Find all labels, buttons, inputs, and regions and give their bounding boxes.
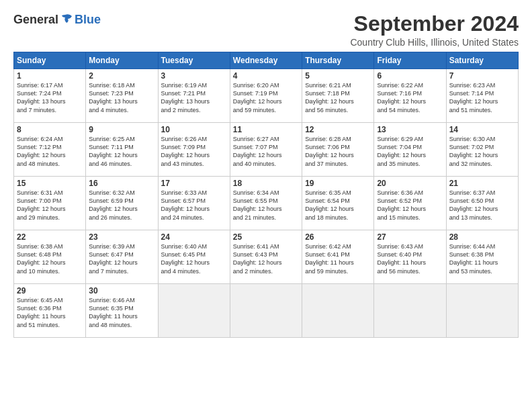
- logo-general: General: [13, 13, 58, 27]
- day-number: 13: [377, 125, 443, 134]
- day-number: 25: [233, 232, 299, 242]
- day-number: 11: [233, 125, 299, 134]
- day-number: 2: [89, 71, 154, 81]
- day-info: Sunrise: 6:29 AM Sunset: 7:04 PM Dayligh…: [377, 135, 443, 168]
- day-number: 1: [17, 71, 83, 81]
- day-number: 18: [233, 179, 299, 188]
- logo-blue: Blue: [75, 13, 101, 27]
- calendar-day-cell: 30Sunrise: 6:46 AM Sunset: 6:35 PM Dayli…: [86, 284, 158, 338]
- calendar-day-cell: 27Sunrise: 6:43 AM Sunset: 6:40 PM Dayli…: [374, 230, 446, 284]
- day-number: 29: [17, 286, 83, 295]
- day-number: 10: [161, 125, 227, 134]
- calendar-week-row: 15Sunrise: 6:31 AM Sunset: 7:00 PM Dayli…: [14, 177, 519, 230]
- calendar-day-cell: [446, 284, 518, 338]
- logo-text: General Blue: [13, 12, 101, 27]
- day-number: 20: [377, 179, 443, 188]
- day-info: Sunrise: 6:31 AM Sunset: 7:00 PM Dayligh…: [17, 189, 83, 222]
- calendar-day-cell: 6Sunrise: 6:22 AM Sunset: 7:16 PM Daylig…: [374, 69, 446, 123]
- day-info: Sunrise: 6:40 AM Sunset: 6:45 PM Dayligh…: [161, 242, 227, 275]
- weekday-header: Saturday: [446, 52, 518, 69]
- day-number: 14: [449, 125, 515, 134]
- calendar-day-cell: 21Sunrise: 6:37 AM Sunset: 6:50 PM Dayli…: [446, 177, 518, 230]
- day-info: Sunrise: 6:33 AM Sunset: 6:57 PM Dayligh…: [161, 189, 227, 222]
- weekday-header: Tuesday: [158, 52, 230, 69]
- day-info: Sunrise: 6:36 AM Sunset: 6:52 PM Dayligh…: [377, 189, 443, 222]
- day-info: Sunrise: 6:45 AM Sunset: 6:36 PM Dayligh…: [17, 296, 83, 329]
- calendar-day-cell: 3Sunrise: 6:19 AM Sunset: 7:21 PM Daylig…: [158, 69, 230, 123]
- day-number: 4: [233, 71, 299, 81]
- calendar-day-cell: 29Sunrise: 6:45 AM Sunset: 6:36 PM Dayli…: [14, 284, 86, 338]
- calendar-day-cell: 12Sunrise: 6:28 AM Sunset: 7:06 PM Dayli…: [302, 123, 374, 177]
- day-number: 30: [89, 286, 154, 295]
- day-number: 23: [89, 232, 154, 242]
- day-info: Sunrise: 6:37 AM Sunset: 6:50 PM Dayligh…: [449, 189, 515, 222]
- day-info: Sunrise: 6:21 AM Sunset: 7:18 PM Dayligh…: [305, 81, 371, 114]
- day-number: 21: [449, 179, 515, 188]
- calendar-day-cell: 1Sunrise: 6:17 AM Sunset: 7:24 PM Daylig…: [14, 69, 86, 123]
- day-number: 26: [305, 232, 371, 242]
- day-info: Sunrise: 6:25 AM Sunset: 7:11 PM Dayligh…: [89, 135, 154, 168]
- weekday-header: Friday: [374, 52, 446, 69]
- weekday-header: Thursday: [302, 52, 374, 69]
- calendar-day-cell: 4Sunrise: 6:20 AM Sunset: 7:19 PM Daylig…: [230, 69, 302, 123]
- calendar-day-cell: 5Sunrise: 6:21 AM Sunset: 7:18 PM Daylig…: [302, 69, 374, 123]
- calendar-day-cell: 28Sunrise: 6:44 AM Sunset: 6:38 PM Dayli…: [446, 230, 518, 284]
- weekday-header: Monday: [86, 52, 158, 69]
- day-number: 6: [377, 71, 443, 81]
- day-number: 9: [89, 125, 154, 134]
- day-info: Sunrise: 6:35 AM Sunset: 6:54 PM Dayligh…: [305, 189, 371, 222]
- calendar-week-row: 1Sunrise: 6:17 AM Sunset: 7:24 PM Daylig…: [14, 69, 519, 123]
- day-info: Sunrise: 6:27 AM Sunset: 7:07 PM Dayligh…: [233, 135, 299, 168]
- calendar-day-cell: 2Sunrise: 6:18 AM Sunset: 7:23 PM Daylig…: [86, 69, 158, 123]
- page: General Blue September 2024 Country Club…: [0, 0, 532, 411]
- day-info: Sunrise: 6:44 AM Sunset: 6:38 PM Dayligh…: [449, 242, 515, 275]
- calendar-day-cell: 16Sunrise: 6:32 AM Sunset: 6:59 PM Dayli…: [86, 177, 158, 230]
- calendar-day-cell: [158, 284, 230, 338]
- calendar-day-cell: 23Sunrise: 6:39 AM Sunset: 6:47 PM Dayli…: [86, 230, 158, 284]
- day-number: 3: [161, 71, 227, 81]
- calendar-day-cell: [230, 284, 302, 338]
- day-info: Sunrise: 6:28 AM Sunset: 7:06 PM Dayligh…: [305, 135, 371, 168]
- day-info: Sunrise: 6:42 AM Sunset: 6:41 PM Dayligh…: [305, 242, 371, 275]
- day-number: 16: [89, 179, 154, 188]
- calendar-day-cell: 19Sunrise: 6:35 AM Sunset: 6:54 PM Dayli…: [302, 177, 374, 230]
- calendar-day-cell: 20Sunrise: 6:36 AM Sunset: 6:52 PM Dayli…: [374, 177, 446, 230]
- logo: General Blue: [13, 12, 101, 27]
- calendar-day-cell: 9Sunrise: 6:25 AM Sunset: 7:11 PM Daylig…: [86, 123, 158, 177]
- day-number: 22: [17, 232, 83, 242]
- calendar-day-cell: [374, 284, 446, 338]
- day-info: Sunrise: 6:23 AM Sunset: 7:14 PM Dayligh…: [449, 81, 515, 114]
- day-info: Sunrise: 6:32 AM Sunset: 6:59 PM Dayligh…: [89, 189, 154, 222]
- calendar-day-cell: 14Sunrise: 6:30 AM Sunset: 7:02 PM Dayli…: [446, 123, 518, 177]
- day-info: Sunrise: 6:46 AM Sunset: 6:35 PM Dayligh…: [89, 296, 154, 329]
- location: Country Club Hills, Illinois, United Sta…: [350, 37, 519, 48]
- header: General Blue September 2024 Country Club…: [13, 12, 519, 48]
- day-info: Sunrise: 6:22 AM Sunset: 7:16 PM Dayligh…: [377, 81, 443, 114]
- day-info: Sunrise: 6:20 AM Sunset: 7:19 PM Dayligh…: [233, 81, 299, 114]
- logo-bird-icon: [60, 12, 75, 27]
- calendar-table: SundayMondayTuesdayWednesdayThursdayFrid…: [13, 52, 519, 338]
- calendar-header-row: SundayMondayTuesdayWednesdayThursdayFrid…: [14, 52, 519, 69]
- title-block: September 2024 Country Club Hills, Illin…: [350, 12, 519, 48]
- calendar-day-cell: 15Sunrise: 6:31 AM Sunset: 7:00 PM Dayli…: [14, 177, 86, 230]
- day-info: Sunrise: 6:38 AM Sunset: 6:48 PM Dayligh…: [17, 242, 83, 275]
- calendar-week-row: 29Sunrise: 6:45 AM Sunset: 6:36 PM Dayli…: [14, 284, 519, 338]
- day-number: 27: [377, 232, 443, 242]
- calendar-day-cell: 7Sunrise: 6:23 AM Sunset: 7:14 PM Daylig…: [446, 69, 518, 123]
- calendar-day-cell: 10Sunrise: 6:26 AM Sunset: 7:09 PM Dayli…: [158, 123, 230, 177]
- day-number: 15: [17, 179, 83, 188]
- day-number: 19: [305, 179, 371, 188]
- day-number: 5: [305, 71, 371, 81]
- calendar-day-cell: 8Sunrise: 6:24 AM Sunset: 7:12 PM Daylig…: [14, 123, 86, 177]
- day-number: 12: [305, 125, 371, 134]
- day-number: 24: [161, 232, 227, 242]
- day-info: Sunrise: 6:19 AM Sunset: 7:21 PM Dayligh…: [161, 81, 227, 114]
- calendar-week-row: 8Sunrise: 6:24 AM Sunset: 7:12 PM Daylig…: [14, 123, 519, 177]
- calendar-day-cell: [302, 284, 374, 338]
- day-info: Sunrise: 6:17 AM Sunset: 7:24 PM Dayligh…: [17, 81, 83, 114]
- calendar-day-cell: 18Sunrise: 6:34 AM Sunset: 6:55 PM Dayli…: [230, 177, 302, 230]
- day-info: Sunrise: 6:41 AM Sunset: 6:43 PM Dayligh…: [233, 242, 299, 275]
- day-info: Sunrise: 6:43 AM Sunset: 6:40 PM Dayligh…: [377, 242, 443, 275]
- calendar-day-cell: 11Sunrise: 6:27 AM Sunset: 7:07 PM Dayli…: [230, 123, 302, 177]
- calendar-day-cell: 22Sunrise: 6:38 AM Sunset: 6:48 PM Dayli…: [14, 230, 86, 284]
